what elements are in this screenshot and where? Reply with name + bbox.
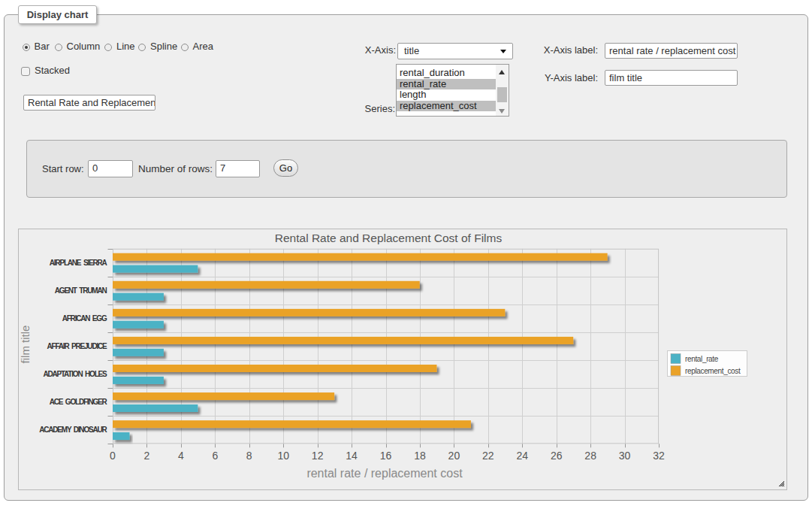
svg-text:32: 32 [653, 450, 665, 462]
svg-text:rental rate / replacement cost: rental rate / replacement cost [306, 467, 463, 480]
svg-text:16: 16 [380, 450, 392, 462]
svg-text:18: 18 [414, 450, 426, 462]
svg-text:24: 24 [516, 450, 528, 462]
svg-text:22: 22 [482, 450, 494, 462]
svg-text:14: 14 [346, 450, 358, 462]
svg-text:AFFAIR PREJUDICE: AFFAIR PREJUDICE [47, 342, 107, 350]
svg-text:12: 12 [312, 450, 324, 462]
svg-text:6: 6 [212, 450, 218, 462]
svg-text:26: 26 [551, 450, 563, 462]
svg-text:2: 2 [144, 450, 150, 462]
svg-text:replacement_cost: replacement_cost [685, 367, 741, 375]
svg-text:ADAPTATION HOLES: ADAPTATION HOLES [43, 370, 107, 378]
svg-text:AGENT TRUMAN: AGENT TRUMAN [55, 286, 107, 295]
svg-text:film title: film title [19, 326, 32, 364]
svg-text:ACADEMY DINOSAUR: ACADEMY DINOSAUR [39, 426, 107, 434]
svg-text:30: 30 [619, 450, 631, 462]
svg-text:AFRICAN EGG: AFRICAN EGG [62, 314, 107, 323]
svg-text:20: 20 [448, 450, 460, 462]
svg-text:Rental Rate and Replacement Co: Rental Rate and Replacement Cost of Film… [275, 232, 503, 244]
svg-text:4: 4 [178, 450, 184, 462]
svg-text:rental_rate: rental_rate [685, 355, 719, 363]
svg-text:10: 10 [277, 450, 289, 462]
svg-text:ACE GOLDFINGER: ACE GOLDFINGER [50, 398, 108, 406]
svg-text:AIRPLANE SIERRA: AIRPLANE SIERRA [50, 259, 107, 267]
svg-text:0: 0 [110, 450, 116, 462]
svg-text:8: 8 [246, 450, 252, 462]
svg-text:28: 28 [584, 450, 596, 462]
